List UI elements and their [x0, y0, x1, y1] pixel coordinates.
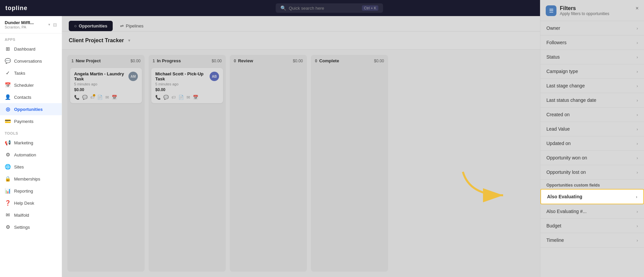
filter-item-created-on[interactable]: Created on ›: [540, 108, 644, 122]
card-meta: 5 minutes ago: [155, 82, 219, 86]
filter-item-also-evaluating-2[interactable]: Also Evaluating #... ›: [540, 204, 644, 219]
workspace-sub: Scranton, PA: [5, 25, 46, 29]
board-title-chevron-icon[interactable]: ▾: [128, 38, 130, 43]
board-card[interactable]: Angela Martin - Laundry Task AM 5 minute…: [70, 68, 142, 103]
email-icon[interactable]: ✉: [186, 95, 190, 100]
sidebar-item-label: Opportunities: [14, 107, 43, 112]
tools-section-label: Tools: [0, 127, 62, 137]
sidebar-item-dashboard[interactable]: ⊞ Dashboard: [0, 43, 62, 55]
pipelines-tab-icon: ⇌: [120, 23, 124, 28]
email-icon[interactable]: ✉: [105, 95, 109, 100]
filter-item-budget[interactable]: Budget ›: [540, 219, 644, 233]
sidebar-item-opportunities[interactable]: ◎ Opportunities: [0, 103, 62, 115]
search-placeholder-text: Quick search here: [289, 6, 324, 11]
filter-item-opportunity-lost-on[interactable]: Opportunity lost on ›: [540, 165, 644, 180]
sidebar-item-tasks[interactable]: ✓ Tasks: [0, 67, 62, 79]
payments-icon: 💳: [5, 118, 11, 124]
sidebar-item-label: Mailfold: [14, 213, 29, 218]
chevron-right-icon: ›: [637, 83, 638, 88]
filter-item-campaign-type[interactable]: Campaign type ›: [540, 64, 644, 79]
sidebar-item-label: Conversations: [14, 59, 42, 64]
search-shortcut: Ctrl + K: [362, 5, 378, 11]
close-button[interactable]: ×: [636, 5, 639, 11]
card-avatar: AB: [210, 72, 219, 81]
sidebar-item-settings[interactable]: ⚙ Settings: [0, 221, 62, 233]
apps-section-label: Apps: [0, 33, 62, 43]
filter-item-last-stage-change[interactable]: Last stage change ›: [540, 79, 644, 93]
filter-label: Opportunity lost on: [546, 169, 586, 175]
card-name: Michael Scott - Pick-Up Task: [155, 71, 210, 81]
mailfold-icon: ✉: [5, 212, 11, 218]
sidebar-item-mailfold[interactable]: ✉ Mailfold: [0, 209, 62, 221]
app-logo: topline: [5, 5, 28, 12]
tab-label: Opportunities: [79, 23, 107, 28]
filter-panel: ☰ Filters Apply filters to opportunities…: [540, 0, 644, 277]
workspace-selector[interactable]: Dunder Miffl... Scranton, PA ▾ ⊟: [0, 16, 62, 33]
global-search[interactable]: 🔍 Quick search here Ctrl + K: [276, 3, 383, 13]
tab-opportunities[interactable]: ○ Opportunities: [69, 21, 113, 31]
sidebar-item-payments[interactable]: 💳 Payments: [0, 115, 62, 127]
sidebar-item-label: Tasks: [14, 71, 25, 76]
chevron-right-icon: ›: [637, 69, 638, 74]
chevron-right-icon: ›: [637, 155, 638, 160]
opportunities-tab-icon: ○: [74, 23, 77, 28]
filter-icon-wrap: ☰: [546, 5, 556, 16]
sidebar-item-marketing[interactable]: 📢 Marketing: [0, 137, 62, 149]
sidebar-item-reporting[interactable]: 📊 Reporting: [0, 185, 62, 197]
dashboard-icon: ⊞: [5, 46, 11, 52]
opportunities-icon: ◎: [5, 106, 11, 112]
call-icon[interactable]: 📞: [155, 95, 161, 100]
sidebar-item-label: Reporting: [14, 189, 33, 194]
search-icon: 🔍: [280, 5, 286, 11]
filter-label: Updated on: [546, 141, 571, 146]
chat-icon[interactable]: 💬: [163, 95, 169, 100]
document-icon[interactable]: 📄: [97, 95, 103, 100]
sidebar-item-automation[interactable]: ⚙ Automation: [0, 149, 62, 161]
filter-label: Created on: [546, 112, 570, 117]
filter-item-also-evaluating[interactable]: Also Evaluating ›: [540, 189, 644, 204]
tag-icon[interactable]: 🏷: [90, 95, 95, 100]
card-actions: 📞 💬 🏷 📄 ✉ 📅: [155, 95, 219, 100]
chat-icon[interactable]: 💬: [82, 95, 88, 100]
filter-item-opportunity-won-on[interactable]: Opportunity won on ›: [540, 151, 644, 165]
chevron-right-icon: ›: [637, 55, 638, 60]
filter-label: Followers: [546, 40, 567, 45]
sidebar-item-help-desk[interactable]: ❓ Help Desk: [0, 197, 62, 209]
card-name: Angela Martin - Laundry Task: [74, 71, 128, 81]
layout-icon[interactable]: ⊟: [53, 22, 57, 27]
filter-item-updated-on[interactable]: Updated on ›: [540, 136, 644, 151]
call-icon[interactable]: 📞: [74, 95, 79, 100]
sidebar-item-label: Payments: [14, 119, 34, 124]
sidebar-item-conversations[interactable]: 💬 Conversations: [0, 55, 62, 67]
tasks-icon: ✓: [5, 70, 11, 76]
tag-icon[interactable]: 🏷: [171, 95, 176, 100]
filter-item-status[interactable]: Status ›: [540, 50, 644, 64]
filter-label: Owner: [546, 25, 560, 31]
column-count: 1: [153, 59, 155, 63]
filter-item-owner[interactable]: Owner ›: [540, 21, 644, 36]
column-new-project: 1 New Project $0.00 Angela Martin - Laun…: [67, 55, 145, 272]
column-header: 1 New Project $0.00: [67, 55, 145, 67]
sidebar-item-label: Marketing: [14, 140, 33, 145]
filter-item-last-status-change-date[interactable]: Last status change date ›: [540, 93, 644, 108]
sidebar-item-memberships[interactable]: 🔒 Memberships: [0, 173, 62, 185]
calendar-icon[interactable]: 📅: [112, 95, 117, 100]
calendar-icon[interactable]: 📅: [193, 95, 198, 100]
sidebar-item-scheduler[interactable]: 📅 Scheduler: [0, 79, 62, 91]
chevron-right-icon: ›: [637, 26, 638, 31]
sidebar-item-contacts[interactable]: 👤 Contacts: [0, 91, 62, 103]
sidebar-item-sites[interactable]: 🌐 Sites: [0, 161, 62, 173]
chevron-right-icon: ›: [637, 223, 638, 228]
sites-icon: 🌐: [5, 164, 11, 170]
filter-item-lead-value[interactable]: Lead Value ›: [540, 122, 644, 136]
column-header: 1 In Progress $0.00: [149, 55, 226, 67]
document-icon[interactable]: 📄: [178, 95, 184, 100]
filter-label: Also Evaluating: [547, 194, 582, 199]
tab-pipelines[interactable]: ⇌ Pipelines: [115, 21, 149, 31]
board-card[interactable]: Michael Scott - Pick-Up Task AB 5 minute…: [151, 68, 223, 103]
column-header: 0 Review $0.00: [230, 55, 307, 67]
filter-label: Status: [546, 54, 560, 60]
filter-item-followers[interactable]: Followers ›: [540, 36, 644, 50]
column-count: 0: [234, 59, 236, 63]
filter-item-timeline[interactable]: Timeline ›: [540, 233, 644, 248]
